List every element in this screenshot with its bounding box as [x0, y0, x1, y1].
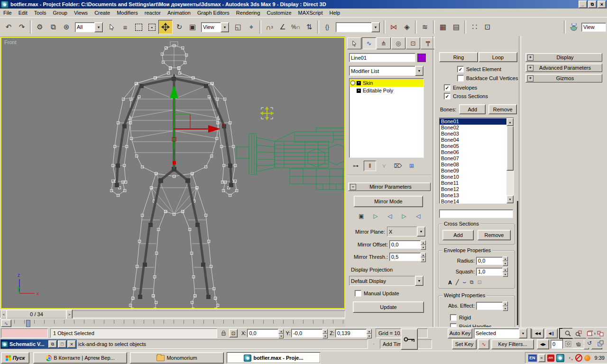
menu-rendering[interactable]: Rendering: [233, 9, 264, 17]
bone-list-item[interactable]: Bone09: [440, 168, 506, 174]
snaps-toggle-button[interactable]: ∩3: [263, 20, 276, 34]
open-mini-curve-editor-button[interactable]: ∿: [1, 319, 11, 327]
object-name-field[interactable]: Line01: [349, 53, 415, 62]
menu-reactor[interactable]: reactor: [141, 9, 164, 17]
update-button[interactable]: Update: [353, 301, 424, 313]
x-coordinate-field[interactable]: 0,0: [247, 329, 278, 337]
menu-animation[interactable]: Animation: [164, 9, 194, 17]
key-mode-dropdown[interactable]: Selected ▼: [474, 328, 528, 338]
rectangular-selection-region-button[interactable]: [132, 20, 145, 34]
curve-editor-button[interactable]: ▦: [436, 20, 450, 34]
tab-modify[interactable]: ∿: [362, 37, 376, 49]
y-coordinate-spinner[interactable]: ▲▼: [322, 329, 328, 337]
x-coordinate-spinner[interactable]: ▲▼: [278, 329, 284, 337]
orange-tray-icon[interactable]: [584, 355, 590, 361]
use-pivot-point-center-button[interactable]: ◱: [231, 20, 245, 34]
modifier-list-dropdown[interactable]: Modifier List ▼: [349, 66, 424, 76]
menu-file[interactable]: File: [0, 9, 15, 17]
edit-named-selection-sets-button[interactable]: {}: [321, 20, 334, 34]
angle-snap-toggle-button[interactable]: ∠: [276, 20, 289, 34]
maxscript-mini-listener[interactable]: [1, 328, 48, 338]
paste-blue-to-green-verts-button[interactable]: ◁: [413, 211, 424, 221]
mirror-plane-dropdown[interactable]: X ▼: [387, 227, 426, 237]
region-zoom-button[interactable]: [562, 338, 574, 349]
mirror-offset-spinner[interactable]: ▲▼: [421, 240, 426, 249]
loop-button[interactable]: Loop: [478, 52, 517, 62]
expand-icon[interactable]: +: [357, 89, 361, 93]
bone-list-item[interactable]: Bone05: [440, 143, 506, 149]
bone-list-item[interactable]: Bone04: [440, 137, 506, 143]
undo-button[interactable]: ↶: [2, 20, 15, 34]
viewport-front[interactable]: Front .m{fill:none;stroke:#d9d9d9;stroke…: [0, 37, 345, 309]
mirror-paste-button[interactable]: ▣: [356, 211, 367, 221]
pan-button[interactable]: [573, 338, 584, 348]
add-bone-button[interactable]: Add: [459, 104, 486, 114]
cross-section-remove-button[interactable]: Remove: [478, 230, 511, 240]
mirror-offset-field[interactable]: 0,0: [389, 240, 421, 249]
minimize-button[interactable]: _: [579, 0, 587, 8]
redo-button[interactable]: ↷: [15, 20, 28, 34]
time-slider-handle[interactable]: 0 / 34: [6, 309, 67, 319]
select-object-button[interactable]: [105, 20, 119, 34]
mini-restore-button[interactable]: ⧉: [48, 340, 57, 348]
layer-manager-button[interactable]: ≋: [418, 20, 432, 34]
rigid-checkbox[interactable]: [450, 314, 457, 321]
paste-blue-to-green-bones-button[interactable]: ◁: [384, 211, 395, 221]
radius-spinner[interactable]: ▲▼: [503, 256, 508, 265]
squash-spinner[interactable]: ▲▼: [503, 267, 508, 276]
absolute-mode-toggle[interactable]: ⊡: [229, 329, 238, 337]
zoom-extents-all-button[interactable]: [595, 328, 606, 338]
previous-frame-button[interactable]: ◀❙: [545, 328, 558, 338]
bones-list-scrollbar[interactable]: ▲ ▼: [506, 118, 514, 203]
key-mode-toggle-button[interactable]: ◀▶: [537, 339, 549, 349]
select-and-manipulate-button[interactable]: ⌖: [245, 20, 258, 34]
percent-snap-toggle-button[interactable]: %∩: [289, 20, 303, 34]
bone-list-item[interactable]: Bone02: [440, 125, 506, 131]
modifier-stack[interactable]: + Skin + Editable Poly: [349, 78, 424, 158]
squash-field[interactable]: 1,0: [476, 268, 503, 276]
taskbar-task-vkontakte[interactable]: В Контакте | Артем Вер...: [33, 352, 127, 364]
taskbar-task-3dsmax[interactable]: ◉ botfier.max - Proje...: [227, 352, 321, 364]
schematic-view-mini-window[interactable]: ◉ Schematic V... ⧉ □ ×: [0, 339, 77, 349]
mini-maximize-button[interactable]: □: [58, 340, 66, 348]
menu-maxscript[interactable]: MAXScript: [295, 9, 326, 17]
bone-list-item[interactable]: Bone10: [440, 174, 506, 180]
character-wireframe[interactable]: x: [111, 42, 237, 308]
remove-bone-button[interactable]: Remove: [488, 104, 517, 114]
bone-list-item[interactable]: Bone07: [440, 155, 506, 162]
bone-list-item[interactable]: Bone12: [440, 186, 506, 192]
selection-filter-dropdown[interactable]: All ▼: [75, 22, 103, 32]
configure-modifier-sets-button[interactable]: ⊞: [406, 161, 417, 171]
set-key-button[interactable]: Set Key: [452, 339, 477, 349]
next-frame-arrow[interactable]: >: [66, 309, 73, 319]
gizmos-rollout[interactable]: + Gizmos: [525, 74, 602, 82]
set-keys-button[interactable]: [401, 328, 418, 350]
volume-muted-icon[interactable]: ◖×: [566, 355, 573, 362]
display-projection-dropdown[interactable]: Default Display ▼: [349, 276, 424, 286]
select-and-move-button[interactable]: [158, 20, 173, 34]
show-end-result-button[interactable]: ‖: [364, 161, 376, 171]
window-crossing-button[interactable]: ●: [145, 20, 158, 34]
named-selection-sets-dropdown[interactable]: ▼: [336, 22, 380, 32]
schematic-view-button[interactable]: ▤: [450, 20, 463, 34]
stack-item-skin[interactable]: + Skin: [349, 79, 423, 87]
menu-help[interactable]: Help: [326, 9, 344, 17]
zoom-all-button[interactable]: [573, 328, 584, 338]
align-button[interactable]: ◈: [400, 20, 414, 34]
menu-create[interactable]: Create: [91, 9, 113, 17]
cross-section-add-button[interactable]: Add: [442, 230, 474, 240]
make-unique-button[interactable]: ⋎: [378, 161, 390, 171]
display-rollout[interactable]: + Display: [525, 53, 602, 62]
menu-tools[interactable]: Tools: [31, 9, 50, 17]
bones-list[interactable]: Bone01 Bone02 Bone03 Bone04 Bone05 Bone0…: [439, 118, 514, 204]
cross-sections-checkbox[interactable]: ✓: [444, 93, 451, 100]
mirror-button[interactable]: ⋈: [387, 20, 400, 34]
bone-filter-field[interactable]: [439, 209, 513, 218]
falloff-icon[interactable]: ╱: [456, 279, 459, 285]
select-by-name-button[interactable]: ≡: [119, 20, 132, 34]
object-color-swatch[interactable]: [417, 54, 426, 62]
scroll-down-icon[interactable]: ▼: [506, 195, 514, 203]
paste-green-to-blue-verts-button[interactable]: ▷: [398, 211, 410, 221]
render-type-field[interactable]: View: [581, 23, 606, 32]
reference-coordinate-system-dropdown[interactable]: View ▼: [201, 22, 230, 32]
